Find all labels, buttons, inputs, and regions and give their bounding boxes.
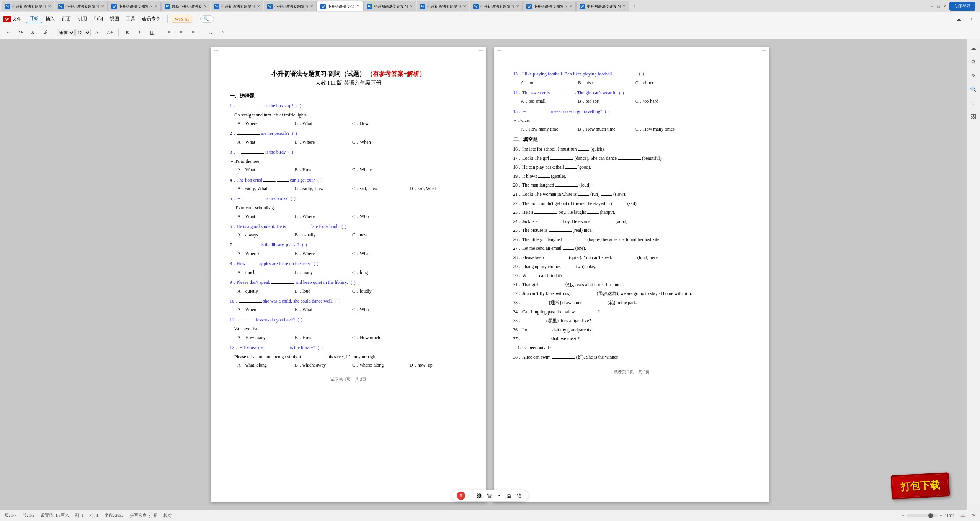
zoom-thumb (928, 513, 933, 518)
option-1b: B．What (295, 120, 341, 127)
undo-button[interactable]: ↶ (3, 27, 14, 38)
tab-close-6[interactable]: ✕ (310, 4, 313, 8)
side-btn-2[interactable]: ⚙ (968, 56, 979, 67)
print-button[interactable]: 🖨 (28, 27, 38, 38)
tab-12[interactable]: W 小升初语法专题复习 ✕ (576, 1, 629, 11)
zoom-out-button[interactable]: － (901, 513, 905, 518)
status-bar: 页: 1/7 节: 1/2 设置值: 1.5厘米 列: 1 行: 1 字数: 2… (0, 510, 980, 521)
tab-close-11[interactable]: ✕ (569, 4, 572, 8)
font-size-select[interactable]: 12 (75, 29, 91, 36)
highlight-button[interactable]: ⌂ (217, 27, 228, 38)
wps-float-结-icon[interactable]: 结 (515, 492, 523, 500)
zoom-slider[interactable] (907, 514, 938, 517)
option-8c: C．long (352, 269, 398, 276)
download-badge[interactable]: 打包下载 (890, 472, 950, 500)
wps-float-scissors-icon[interactable]: ✂ (495, 492, 503, 500)
question-7: 7． is the library, please?（ ） (230, 241, 467, 249)
tab-close-8[interactable]: ✕ (410, 4, 413, 8)
view-mode-edit[interactable]: ✎ (972, 513, 975, 518)
window-control-close[interactable]: ✕ (943, 4, 946, 9)
question-5: 5．－ is my book?（ ） (230, 195, 467, 203)
tab-close-10[interactable]: ✕ (516, 4, 519, 8)
wps-float-益-icon[interactable]: 益 (505, 492, 513, 500)
tab-label-4: 最新小升初语法专 (172, 4, 202, 9)
tab-close-5[interactable]: ✕ (257, 4, 260, 8)
tab-close-12[interactable]: ✕ (622, 4, 626, 8)
redo-button[interactable]: ↷ (15, 27, 26, 38)
tab-8[interactable]: W 小升初语法专题复习 ✕ (363, 1, 416, 11)
align-right-button[interactable]: ≡ (188, 27, 199, 38)
option-1a: A．Where (237, 120, 283, 127)
tab-bar: W 小升初语法专题复习 ✕ W 小升初语法专题复习 ✕ W 小升初语法专题复习 … (0, 0, 980, 12)
tab-icon-6: W (267, 4, 273, 9)
tab-close-1[interactable]: ✕ (48, 4, 51, 8)
corner-tr-2 (762, 50, 766, 55)
login-button[interactable]: 立即登录 (949, 2, 975, 11)
search-box[interactable]: 🔍 (200, 15, 214, 23)
file-menu[interactable]: 文件 (13, 16, 21, 22)
window-control-minimize[interactable]: － (930, 3, 934, 9)
tab-close-9[interactable]: ✕ (463, 4, 466, 8)
underline-button[interactable]: U (146, 27, 157, 38)
wps-ai-label: WPS AI (175, 17, 189, 21)
tab-10[interactable]: W 小升初语法专题复习 ✕ (470, 1, 523, 11)
side-btn-6[interactable]: 🖼 (968, 111, 979, 122)
tab-11[interactable]: W 小升初语法专题复习 ✕ (523, 1, 576, 11)
bold-button[interactable]: B (122, 27, 132, 38)
menu-view[interactable]: 视图 (107, 15, 122, 23)
menu-insert[interactable]: 插入 (42, 15, 58, 23)
font-size-decrease[interactable]: A- (92, 27, 103, 38)
wps-float-smart-icon[interactable]: 智 (485, 492, 493, 500)
side-btn-1[interactable]: ☁ (968, 43, 979, 53)
menu-page[interactable]: 页面 (59, 15, 74, 23)
tab-4[interactable]: W 最新小升初语法专 ✕ (161, 1, 210, 11)
option-5b: B．Where (295, 213, 341, 220)
document-page-1: ⋮⋮ 小升初语法专题复习-副词（试题） （有参考答案+解析） 人教 PEP版 英… (211, 47, 486, 502)
tab-close-2[interactable]: ✕ (101, 4, 104, 8)
option-10c: C．Who (352, 306, 398, 313)
font-size-increase[interactable]: A+ (105, 27, 115, 38)
menu-start[interactable]: 开始 (26, 15, 42, 23)
tab-1[interactable]: W 小升初语法专题复习 ✕ (2, 1, 54, 11)
tab-close-3[interactable]: ✕ (154, 4, 157, 8)
align-center-button[interactable]: ≡ (176, 27, 186, 38)
menu-tools[interactable]: 工具 (123, 15, 138, 23)
format-painter[interactable]: 🖌 (40, 27, 51, 38)
tab-close-7[interactable]: ✕ (356, 4, 359, 8)
tab-6[interactable]: W 小升初语法专题复习 ✕ (264, 1, 317, 11)
view-mode-read[interactable]: 📖 (960, 513, 966, 518)
side-btn-4[interactable]: 🔍 (968, 84, 979, 95)
main-content-area: ⋮⋮ 小升初语法专题复习-副词（试题） （有参考答案+解析） 人教 PEP版 英… (0, 39, 980, 510)
tab-3[interactable]: W 小升初语法专题复习 ✕ (108, 1, 161, 11)
drag-handle-1[interactable]: ⋮⋮ (203, 271, 215, 279)
wps-ai-button[interactable]: WPS AI (172, 16, 192, 23)
wps-float-icon-5[interactable]: 5 (457, 492, 465, 500)
menu-member[interactable]: 会员专享 (139, 15, 163, 23)
tab-9[interactable]: W 小升初语法专题复习 ✕ (416, 1, 469, 11)
side-btn-3[interactable]: ✎ (968, 70, 979, 81)
options-14: A．too small B．too soft C．too hard (521, 98, 750, 105)
font-family-select[interactable]: 宋体 (57, 29, 75, 36)
tab-2[interactable]: W 小升初语法专题复习 ✕ (55, 1, 108, 11)
cloud-icon[interactable]: ☁ (953, 14, 964, 25)
side-btn-5[interactable]: ↕ (968, 98, 979, 108)
zoom-in-button[interactable]: ＋ (939, 513, 943, 518)
menu-ref[interactable]: 引用 (75, 15, 90, 23)
tab-7-active[interactable]: W 小升初语法专◎ ✕ (317, 1, 363, 11)
option-14c: C．too hard (635, 98, 681, 105)
window-control-maximize[interactable]: □ (937, 4, 940, 8)
options-8: A．much B．many C．long (237, 269, 467, 276)
wps-float-image-icon[interactable]: 🖼 (475, 492, 483, 500)
option-4d: D．sad; What (410, 185, 456, 192)
color-button[interactable]: A (205, 27, 216, 38)
italic-button[interactable]: I (134, 27, 145, 38)
new-tab-button[interactable]: + (629, 1, 640, 11)
tab-close-4[interactable]: ✕ (204, 4, 207, 8)
fill-q34: 34．Can Lingling pass the ball w? (513, 308, 750, 316)
tab-5[interactable]: W 小升初语法专题复习 ✕ (211, 1, 263, 11)
share-icon[interactable]: ↑ (966, 14, 977, 25)
align-left-button[interactable]: ≡ (163, 27, 174, 38)
menu-review[interactable]: 审阅 (91, 15, 106, 23)
menu-toolbar: W 文件 开始 插入 页面 引用 审阅 视图 工具 会员专享 WPS AI 🔍 … (0, 12, 980, 26)
tab-label-7: 小升初语法专◎ (327, 4, 354, 9)
